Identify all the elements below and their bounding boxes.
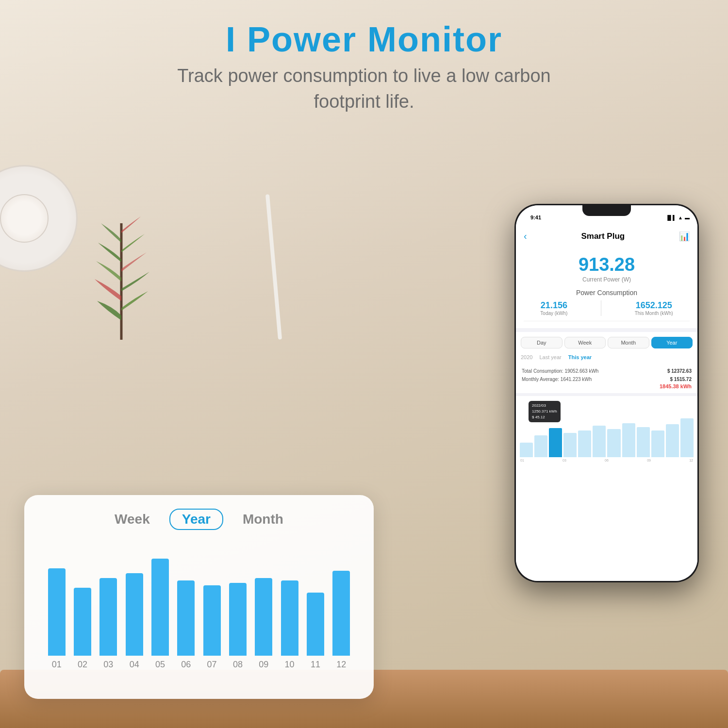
bar-02	[74, 588, 91, 656]
total-value: $ 12372.63	[667, 368, 692, 374]
consumption-title: Power Consumption	[524, 289, 690, 297]
chart-tabs: Week Year Month	[42, 509, 356, 530]
avg-label: Monthly Average: 1641.223 kWh	[522, 377, 592, 382]
mini-bar-5	[593, 426, 606, 457]
chart-tab-month[interactable]: Month	[243, 512, 283, 527]
bar-08	[229, 583, 247, 656]
back-button[interactable]: ‹	[524, 231, 527, 242]
mini-bar-labels: 01 03 06 09 12	[520, 459, 694, 462]
year-this[interactable]: This year	[568, 354, 592, 360]
bar-06	[177, 580, 195, 656]
mini-bar-8	[637, 427, 650, 457]
mini-bar-9	[651, 430, 664, 457]
page-subtitle: Track power consumption to live a low ca…	[0, 63, 728, 115]
bar-column: 12	[329, 571, 354, 670]
phone-mockup: 9:41 ▐▌▌ ▲ ▬ ‹ Smart Plug 📊 913.28 Curre…	[514, 204, 699, 582]
mini-chart: 2022/03 1250.371 kWh $ 45.12 01 03 06 09…	[516, 396, 697, 581]
status-icons: ▐▌▌ ▲ ▬	[666, 215, 690, 220]
mini-bar-2	[549, 428, 562, 457]
chart-bars: 010203040506070809101112	[42, 544, 356, 670]
bar-label: 03	[103, 660, 113, 670]
mini-bar-7	[622, 423, 635, 457]
bar-04	[126, 573, 143, 656]
bar-label: 04	[130, 660, 139, 670]
mini-bar-1	[534, 435, 547, 457]
status-time: 9:41	[530, 215, 541, 220]
tab-year[interactable]: Year	[651, 337, 693, 348]
header-section: I Power Monitor Track power consumption …	[0, 19, 728, 115]
mini-bar-10	[666, 424, 679, 457]
bar-column: 03	[96, 578, 121, 670]
month-consumption: 1652.125 This Month (kWh)	[635, 300, 673, 316]
plant-decoration	[78, 184, 165, 349]
bar-column: 06	[173, 580, 199, 670]
bar-column: 02	[69, 588, 95, 670]
bar-10	[281, 580, 298, 656]
tab-month[interactable]: Month	[608, 337, 649, 348]
tooltip-kwh: 1250.371 kWh	[532, 409, 557, 414]
total-label: Total Consumption: 19052.663 kWh	[522, 368, 598, 374]
tab-week[interactable]: Week	[564, 337, 606, 348]
bar-column: 11	[302, 593, 328, 670]
app-title: Smart Plug	[527, 232, 679, 241]
phone-notch	[582, 205, 631, 216]
status-bar: 9:41 ▐▌▌ ▲ ▬	[516, 205, 697, 226]
bar-column: 09	[251, 578, 277, 670]
bar-column: 01	[44, 568, 69, 670]
year-2020[interactable]: 2020	[521, 354, 532, 360]
bar-column: 10	[277, 580, 302, 670]
today-consumption: 21.156 Today (kWh)	[540, 300, 567, 316]
peak-value: 1845.38 kWh	[522, 383, 692, 389]
year-last[interactable]: Last year	[539, 354, 561, 360]
wifi-icon: ▲	[678, 215, 683, 220]
month-value: 1652.125	[635, 300, 673, 311]
bar-label: 05	[155, 660, 165, 670]
bar-column: 04	[121, 573, 147, 670]
divider	[601, 300, 601, 316]
current-power-label: Current Power (W)	[524, 276, 690, 283]
chart-icon[interactable]: 📊	[679, 231, 690, 242]
bar-label: 09	[259, 660, 268, 670]
phone-body: 9:41 ▐▌▌ ▲ ▬ ‹ Smart Plug 📊 913.28 Curre…	[514, 204, 699, 582]
consumption-row: 21.156 Today (kWh) 1652.125 This Month (…	[524, 300, 690, 321]
bar-column: 05	[147, 559, 173, 670]
chart-card: Week Year Month 010203040506070809101112	[24, 495, 374, 699]
mini-bar-4	[578, 430, 591, 457]
mini-bar-11	[680, 418, 694, 457]
signal-icon: ▐▌▌	[666, 215, 676, 220]
battery-icon: ▬	[685, 215, 690, 220]
bar-11	[307, 593, 324, 656]
bar-07	[203, 585, 221, 656]
bar-column: 08	[225, 583, 250, 670]
page-title: I Power Monitor	[0, 19, 728, 59]
bar-01	[48, 568, 66, 656]
tooltip-date: 2022/03	[532, 403, 557, 409]
year-nav: 2020 Last year This year	[516, 351, 697, 363]
app-header: ‹ Smart Plug 📊	[516, 226, 697, 248]
month-label: This Month (kWh)	[635, 311, 673, 316]
bar-label: 06	[181, 660, 191, 670]
mini-bars	[520, 418, 694, 457]
avg-value: $ 1515.72	[670, 377, 692, 382]
time-tabs: Day Week Month Year	[516, 332, 697, 351]
bar-label: 02	[78, 660, 87, 670]
tab-day[interactable]: Day	[521, 337, 563, 348]
bar-label: 07	[207, 660, 217, 670]
today-label: Today (kWh)	[540, 311, 567, 316]
chart-tab-year[interactable]: Year	[169, 509, 223, 530]
bar-label: 11	[311, 660, 320, 670]
chart-tab-week[interactable]: Week	[115, 512, 150, 527]
bar-label: 10	[285, 660, 295, 670]
bar-label: 08	[233, 660, 243, 670]
chart-tooltip: 2022/03 1250.371 kWh $ 45.12	[529, 401, 561, 422]
bar-label: 12	[336, 660, 346, 670]
phone-screen: 9:41 ▐▌▌ ▲ ▬ ‹ Smart Plug 📊 913.28 Curre…	[516, 205, 697, 581]
today-value: 21.156	[540, 300, 567, 311]
bar-12	[332, 571, 350, 656]
bar-05	[151, 559, 169, 656]
mini-bar-3	[563, 433, 577, 457]
mini-bar-6	[607, 429, 620, 457]
stats-section: Total Consumption: 19052.663 kWh $ 12372…	[516, 363, 697, 393]
bar-09	[255, 578, 272, 656]
mini-bar-0	[520, 443, 533, 457]
